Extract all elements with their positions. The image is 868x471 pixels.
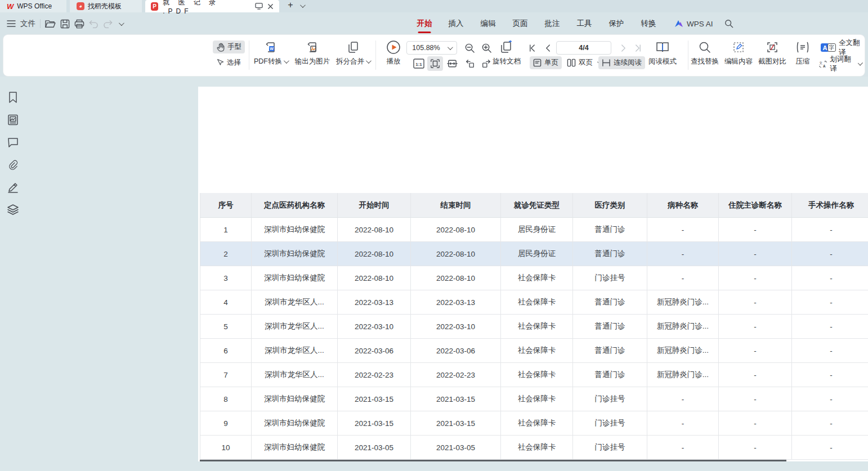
attachment-icon[interactable] <box>7 159 19 171</box>
full-translate-button[interactable]: A字 全文翻译 <box>817 41 865 54</box>
single-page-button[interactable]: 单页 <box>530 56 562 69</box>
undo-history-chevron-icon[interactable] <box>119 20 124 26</box>
screenshot-compare-button[interactable]: 截图对比 <box>755 39 789 66</box>
next-page-button[interactable] <box>616 42 630 54</box>
split-merge-chevron-icon <box>366 58 372 64</box>
table-cell: 深圳市龙华区人... <box>252 290 338 315</box>
new-tab-button[interactable]: + <box>285 0 296 10</box>
compress-icon <box>789 39 816 55</box>
table-row: 8深圳市妇幼保健院2021-03-152021-03-15社会保障卡门诊挂号--… <box>200 387 868 411</box>
table-cell: 深圳市妇幼保健院 <box>252 266 338 290</box>
page-number-input[interactable]: 4/4 <box>556 41 611 55</box>
prev-page-button[interactable] <box>541 42 554 54</box>
table-cell: 普通门诊 <box>573 363 647 387</box>
export-image-button[interactable]: 输出为图片 <box>290 39 335 66</box>
table-cell: 社会保障卡 <box>501 387 573 411</box>
table-cell: 2022-08-10 <box>411 242 501 266</box>
word-translate-label: 划词翻译 <box>830 55 853 74</box>
signature-icon[interactable] <box>7 181 19 194</box>
open-folder-icon[interactable] <box>45 19 56 29</box>
column-header: 病种名称 <box>647 193 719 218</box>
column-header: 开始时间 <box>338 193 411 218</box>
table-cell: 2 <box>200 242 252 266</box>
single-page-label: 单页 <box>544 58 558 68</box>
thumbnails-icon[interactable] <box>7 114 19 126</box>
table-cell: 2022-08-10 <box>411 266 501 290</box>
table-cell: - <box>792 411 868 436</box>
continuous-read-button[interactable]: 连续阅读 <box>598 56 645 69</box>
edit-content-button[interactable]: 编辑内容 <box>721 39 756 66</box>
table-cell: 深圳市妇幼保健院 <box>252 218 338 242</box>
rotate-doc-label: 旋转文档 <box>493 57 521 65</box>
zoom-level-select[interactable]: 105.88% <box>406 41 457 55</box>
actual-size-button[interactable]: 1:1 <box>411 57 426 70</box>
fit-page-button[interactable] <box>427 56 443 71</box>
hand-tool-button[interactable]: 手型 <box>213 41 245 53</box>
tab-insert[interactable]: 插入 <box>449 19 464 29</box>
find-replace-button[interactable]: 查找替换 <box>686 39 723 66</box>
print-icon[interactable] <box>74 19 84 29</box>
tab-wps-office[interactable]: W WPS Office <box>0 0 66 12</box>
tab-edit[interactable]: 编辑 <box>481 19 496 29</box>
table-cell: - <box>792 315 868 339</box>
table-cell: 普通门诊 <box>573 242 647 266</box>
select-tool-label: 选择 <box>227 58 241 68</box>
select-tool-button[interactable]: 选择 <box>213 56 244 69</box>
read-mode-button[interactable]: 阅读模式 <box>644 39 681 66</box>
play-button[interactable]: 播放 <box>379 39 408 66</box>
file-menu-button[interactable]: 文件 <box>20 19 35 29</box>
save-icon[interactable] <box>60 19 70 29</box>
redo-icon <box>103 20 113 28</box>
edit-content-icon <box>721 39 756 55</box>
table-cell: - <box>719 339 792 363</box>
tab-protect[interactable]: 保护 <box>609 19 624 29</box>
tab-page[interactable]: 页面 <box>513 19 528 29</box>
zoom-out-button[interactable] <box>462 41 477 55</box>
pdf-convert-button[interactable]: W PDF转换 <box>248 39 294 66</box>
fit-width-button[interactable] <box>444 57 460 70</box>
table-cell: 门诊挂号 <box>573 266 647 290</box>
tab-convert[interactable]: 转换 <box>641 19 656 29</box>
compress-button[interactable]: 压缩 <box>789 39 816 66</box>
table-cell: 社会保障卡 <box>501 436 573 460</box>
divider <box>40 19 41 28</box>
last-page-icon <box>634 44 642 52</box>
table-cell: 普通门诊 <box>573 218 647 242</box>
tab-docer-templates[interactable]: ◕ 找稻壳模板 <box>70 0 142 12</box>
close-tab-icon[interactable] <box>267 3 274 10</box>
wps-ai-button[interactable]: WPS AI <box>687 20 713 28</box>
first-page-button[interactable] <box>525 42 539 54</box>
table-cell: 2022-03-10 <box>338 315 411 339</box>
rotate-left-icon <box>465 59 475 69</box>
hand-icon <box>216 43 225 52</box>
word-translate-button[interactable]: 文A 划词翻译 <box>816 57 865 70</box>
tab-docer-label: 找稻壳模板 <box>88 2 122 11</box>
rotate-right-button[interactable] <box>478 57 494 70</box>
ribbon-toolbar: 手型 选择 W PDF转换 输出为图片 拆分合并 播放 105.88% <box>3 35 865 76</box>
table-cell: - <box>719 218 792 242</box>
tab-annotate[interactable]: 批注 <box>545 19 560 29</box>
monitor-icon[interactable] <box>255 3 263 10</box>
rotate-left-button[interactable] <box>462 57 477 70</box>
pdf-file-icon: P <box>151 2 158 11</box>
tab-home[interactable]: 开始 <box>417 19 432 29</box>
last-page-button[interactable] <box>631 42 645 54</box>
split-merge-button[interactable]: 拆分合并 <box>329 39 377 66</box>
table-cell: 10 <box>200 436 252 460</box>
comment-icon[interactable] <box>7 136 19 149</box>
table-cell: 2022-03-06 <box>338 339 411 363</box>
tab-document[interactable]: P 就 医 记 录 .PDF <box>145 0 279 12</box>
layers-icon[interactable] <box>7 203 19 216</box>
search-icon[interactable] <box>724 19 733 28</box>
hamburger-icon[interactable] <box>7 20 16 28</box>
table-cell: 社会保障卡 <box>501 411 573 436</box>
tab-list-chevron-icon[interactable] <box>298 2 304 10</box>
export-image-icon <box>290 39 335 55</box>
bookmark-icon[interactable] <box>7 91 19 104</box>
table-cell: 6 <box>200 339 252 363</box>
table-row: 10深圳市妇幼保健院2021-03-052021-03-05社会保障卡门诊挂号-… <box>200 436 868 460</box>
table-cell: - <box>719 290 792 315</box>
tab-tools[interactable]: 工具 <box>577 19 592 29</box>
export-image-label: 输出为图片 <box>295 57 330 65</box>
svg-text:1:1: 1:1 <box>415 62 422 67</box>
